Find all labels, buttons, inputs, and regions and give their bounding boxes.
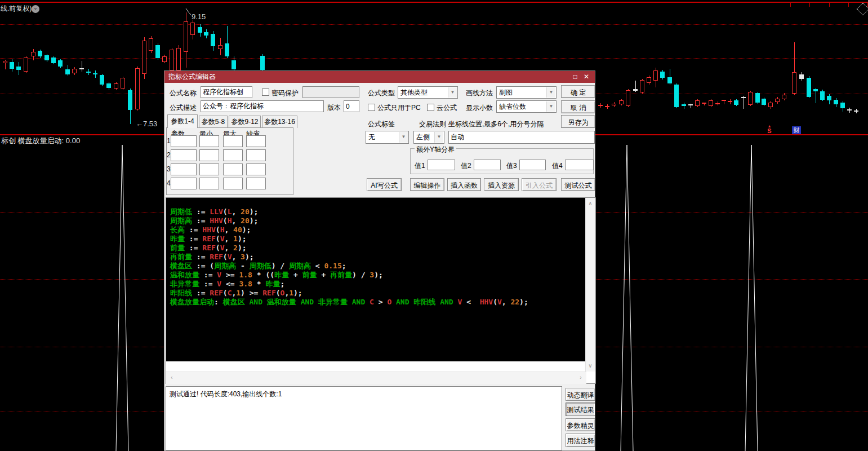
code-area[interactable]: 周期低 := LLV(L, 20);周期高 := HHV(H, 20);长高 :… (166, 198, 586, 361)
trade-rule-select[interactable]: 左侧 ▼ (413, 131, 444, 144)
diamond-marker-icon (857, 3, 868, 16)
tab-参数1-4[interactable]: 参数1-4 (167, 114, 198, 128)
insert-function-button[interactable]: 插入函数 (447, 178, 481, 191)
news-badge[interactable]: 财 (792, 126, 801, 134)
dropdown-arrow-icon[interactable]: ▼ (434, 132, 443, 143)
candle-body (702, 103, 706, 104)
param-input-r1c1[interactable] (171, 135, 197, 147)
formula-desc-input[interactable] (201, 100, 324, 112)
candle-body (715, 103, 720, 104)
candle-body (232, 60, 236, 69)
scroll-left-icon[interactable]: ‹ (167, 373, 176, 382)
candle-body (190, 23, 195, 35)
formula-type-select[interactable]: 其他类型 ▼ (398, 86, 458, 99)
extra-y-value-input-1[interactable] (428, 160, 455, 170)
param-wizard-button[interactable]: 参数精灵 (566, 418, 595, 431)
extra-y-value-input-3[interactable] (519, 160, 546, 170)
vertical-scrollbar[interactable]: ∧ ∨ (585, 198, 595, 372)
code-line: 周期高 := HHV(H, 20); (170, 216, 586, 226)
param-input-r3c1[interactable] (171, 163, 197, 175)
formula-tag-value: 无 (368, 132, 375, 142)
candle-body (38, 51, 42, 56)
version-input[interactable] (344, 100, 359, 112)
code-editor[interactable]: 周期低 := LLV(L, 20);周期高 := HHV(H, 20);长高 :… (166, 197, 596, 384)
ai-write-formula-button[interactable]: AI写公式 (367, 178, 402, 191)
param-input-r2c2[interactable] (199, 149, 219, 161)
param-input-r1c3[interactable] (223, 135, 243, 147)
insert-resource-button[interactable]: 插入资源 (484, 178, 519, 191)
cloud-formula-checkbox[interactable] (427, 104, 434, 111)
formula-tag-select[interactable]: 无 ▼ (366, 131, 409, 144)
cancel-button[interactable]: 取 消 (561, 100, 595, 113)
param-row-number: 3 (167, 165, 171, 173)
code-line: 再前量 := REF(V, 3); (170, 253, 586, 262)
extra-y-value-input-4[interactable] (565, 160, 594, 170)
scroll-down-icon[interactable]: ∨ (586, 361, 595, 370)
param-input-r4c3[interactable] (223, 178, 243, 189)
candle-body (204, 32, 208, 36)
draw-method-select[interactable]: 副图 ▼ (496, 86, 557, 99)
save-as-button[interactable]: 另存为 (561, 115, 595, 128)
formula-name-label: 公式名称 (170, 89, 197, 98)
candle-body (667, 77, 672, 83)
dropdown-arrow-icon[interactable]: ▼ (546, 101, 555, 112)
param-input-r1c2[interactable] (199, 135, 219, 147)
import-formula-button[interactable]: 引入公式 (522, 178, 557, 191)
param-input-r1c4[interactable] (246, 135, 266, 147)
param-input-r4c4[interactable] (246, 178, 266, 189)
param-input-r2c3[interactable] (223, 149, 243, 161)
password-protect-checkbox[interactable] (262, 89, 269, 96)
formula-desc-label: 公式描述 (170, 103, 197, 113)
coord-line-input[interactable] (448, 131, 595, 144)
chart-top-axis-line (0, 2, 868, 3)
version-label: 版本 (327, 103, 341, 113)
password-input[interactable] (302, 86, 359, 98)
dialog-title-bar[interactable]: 指标公式编辑器 (164, 71, 595, 83)
dropdown-arrow-icon[interactable]: ▼ (546, 87, 555, 98)
tab-参数9-12[interactable]: 参数9-12 (229, 116, 261, 128)
candle-body (768, 103, 773, 107)
code-line: 横盘区 := (周期高 - 周期低) / 周期高 < 0.15; (170, 262, 586, 271)
param-input-r2c1[interactable] (171, 149, 197, 161)
candle-body (24, 58, 28, 72)
dynamic-translate-button[interactable]: 动态翻译 (566, 388, 595, 401)
candle-body (682, 104, 686, 106)
trade-rule-value: 左侧 (416, 132, 430, 142)
close-icon[interactable]: ✕ (581, 71, 591, 82)
formula-name-input[interactable] (201, 86, 252, 98)
scroll-up-icon[interactable]: ∧ (586, 199, 595, 208)
candle-body (741, 97, 746, 98)
test-formula-button[interactable]: 测试公式 (561, 178, 595, 191)
dropdown-arrow-icon[interactable]: ▼ (399, 132, 408, 143)
ok-button[interactable]: 确 定 (561, 85, 595, 98)
test-result-button[interactable]: 测试结果 (566, 403, 595, 416)
dropdown-arrow-icon[interactable]: ▼ (448, 87, 457, 98)
candle-body (184, 21, 188, 52)
tab-参数13-16[interactable]: 参数13-16 (262, 116, 297, 128)
param-input-r4c1[interactable] (171, 178, 197, 189)
candle-body (748, 92, 753, 105)
coord-line-label: 坐标线位置,最多6个,用分号分隔 (448, 120, 544, 129)
candle-body (218, 45, 222, 49)
pc-only-checkbox[interactable] (368, 104, 375, 111)
decimals-value: 缺省位数 (499, 102, 526, 112)
candle-body (114, 83, 118, 89)
maximize-icon[interactable]: □ (570, 71, 580, 82)
extra-y-value-input-2[interactable] (474, 160, 501, 170)
tab-参数5-8[interactable]: 参数5-8 (199, 116, 228, 128)
param-input-r3c3[interactable] (223, 163, 243, 175)
chevron-down-icon[interactable]: ⌄ (32, 5, 39, 13)
usage-notes-button[interactable]: 用法注释 (566, 434, 595, 447)
horizontal-scrollbar[interactable]: ‹ › (166, 372, 586, 384)
param-input-r3c2[interactable] (199, 163, 219, 175)
edit-ops-button[interactable]: 编辑操作 (410, 178, 444, 191)
decimals-select[interactable]: 缺省位数 ▼ (496, 100, 557, 113)
candle-body (695, 100, 700, 106)
time-axis-tick (790, 3, 791, 7)
param-input-r3c4[interactable] (246, 163, 266, 175)
high-price-annotation: 9.15 (192, 12, 206, 21)
indicator-value-label: 标创 横盘放量启动: 0.00 (1, 136, 80, 146)
param-input-r2c4[interactable] (246, 149, 266, 161)
param-input-r4c2[interactable] (199, 178, 219, 189)
scroll-right-icon[interactable]: › (576, 373, 585, 382)
